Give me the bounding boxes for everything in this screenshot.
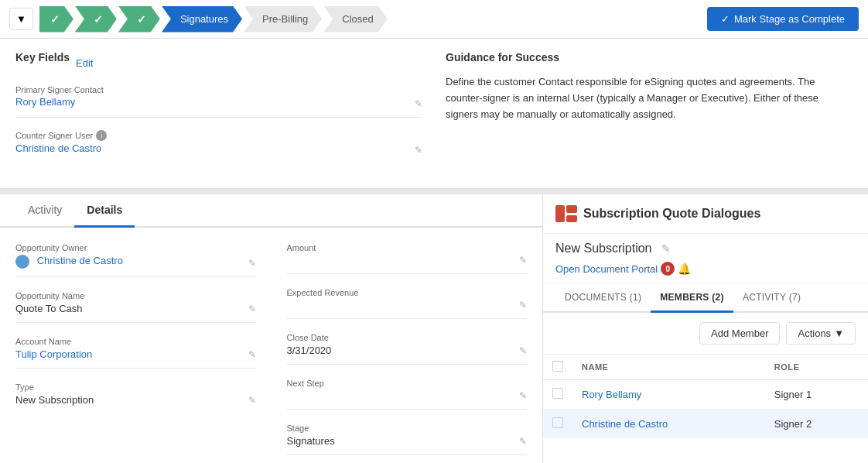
actions-chevron-icon: ▼ <box>834 328 844 339</box>
check-icon-mark: ✓ <box>721 13 730 25</box>
opportunity-owner-edit-icon[interactable]: ✎ <box>248 258 256 269</box>
sqd-logo-icon <box>555 205 577 222</box>
counter-signer-label: Counter Signer User i <box>15 130 415 141</box>
key-fields-title: Key Fields <box>15 51 70 63</box>
primary-signer-field: Primary Signer Contact Rory Bellamy ✎ <box>15 85 422 118</box>
sqd-tab-activity[interactable]: ACTIVITY (7) <box>733 284 810 313</box>
stage-step-signatures[interactable]: Signatures <box>162 6 242 33</box>
row2-name-cell: Christine de Castro <box>572 410 765 439</box>
opportunity-owner-value[interactable]: Christine de Castro <box>37 255 123 266</box>
sqd-portal-link[interactable]: Open Document Portal 0 🔔 <box>555 262 856 276</box>
primary-signer-label: Primary Signer Contact <box>15 85 415 94</box>
row1-checkbox[interactable] <box>552 388 563 399</box>
members-table-header: NAME ROLE <box>543 355 868 380</box>
opportunity-name-value: Quote To Cash <box>15 303 82 314</box>
left-form-col: Opportunity Owner Christine de Castro ✎ … <box>15 243 256 463</box>
sqd-tab-documents[interactable]: DOCUMENTS (1) <box>555 284 651 313</box>
next-step-label: Next Step <box>287 379 528 388</box>
actions-button[interactable]: Actions ▼ <box>786 322 856 345</box>
stage-dropdown-button[interactable]: ▼ <box>9 8 33 30</box>
sqd-actions-row: Add Member Actions ▼ <box>543 313 868 355</box>
stage-value: Signatures <box>287 435 335 447</box>
add-member-button[interactable]: Add Member <box>699 322 780 345</box>
guidance-section: Guidance for Success Define the customer… <box>422 51 853 176</box>
main-content: Activity Details Opportunity Owner Chris… <box>0 194 868 463</box>
stage-row: Signatures ✎ <box>287 435 528 447</box>
next-step-field: Next Step ✎ <box>287 379 528 410</box>
members-table: NAME ROLE Rory Bellamy Signer 1 Christin… <box>543 355 868 438</box>
notification-badge: 0 <box>661 262 675 276</box>
primary-signer-edit-icon[interactable]: ✎ <box>415 98 422 109</box>
opportunity-owner-label: Opportunity Owner <box>15 243 256 252</box>
opportunity-name-label: Opportunity Name <box>15 291 256 300</box>
row1-checkbox-cell <box>543 380 572 410</box>
detail-tabs: Activity Details <box>0 194 542 228</box>
check-icon-1: ✓ <box>50 13 60 26</box>
stage-label: Stage <box>287 424 528 433</box>
svg-rect-1 <box>566 205 577 213</box>
counter-signer-value[interactable]: Christine de Castro <box>15 142 415 154</box>
row1-name[interactable]: Rory Bellamy <box>582 389 641 400</box>
svg-rect-2 <box>566 215 577 222</box>
amount-edit-icon[interactable]: ✎ <box>519 255 527 266</box>
row2-checkbox[interactable] <box>552 417 563 428</box>
select-all-checkbox[interactable] <box>552 361 563 372</box>
amount-label: Amount <box>287 243 528 252</box>
right-form-col: Amount ✎ Expected Revenue ✎ Close Date <box>287 243 528 463</box>
role-col-header: ROLE <box>765 355 868 380</box>
sqd-header: Subscription Quote Dialogues <box>543 194 868 234</box>
mark-complete-label: Mark Stage as Complete <box>734 13 845 25</box>
tab-details[interactable]: Details <box>74 194 135 228</box>
svg-rect-0 <box>555 205 565 222</box>
stage-step-prebilling[interactable]: Pre-Billing <box>244 6 322 33</box>
info-icon: i <box>96 130 107 141</box>
account-name-field: Account Name Tulip Corporation ✎ <box>15 337 256 369</box>
sqd-tab-members[interactable]: MEMBERS (2) <box>651 284 733 313</box>
name-col-header: NAME <box>572 355 765 380</box>
tab-activity[interactable]: Activity <box>15 194 74 228</box>
account-name-value[interactable]: Tulip Corporation <box>15 348 92 360</box>
close-date-edit-icon[interactable]: ✎ <box>519 345 527 356</box>
edit-link[interactable]: Edit <box>76 57 93 69</box>
account-name-edit-icon[interactable]: ✎ <box>248 349 256 360</box>
counter-signer-content: Counter Signer User i Christine de Castr… <box>15 130 415 156</box>
close-date-value: 3/31/2020 <box>287 345 332 356</box>
sqd-logo <box>555 205 577 222</box>
sqd-name-row: New Subscription ✎ <box>555 242 856 256</box>
right-panel: Subscription Quote Dialogues New Subscri… <box>543 194 868 463</box>
stage-step-1[interactable]: ✓ <box>39 6 73 33</box>
opportunity-name-edit-icon[interactable]: ✎ <box>248 304 256 314</box>
counter-signer-edit-icon[interactable]: ✎ <box>415 145 422 156</box>
top-bar: ▼ ✓ ✓ ✓ Signatures Pre-Billing Closed ✓ … <box>0 0 868 39</box>
next-step-row: ✎ <box>287 390 528 401</box>
sqd-name-edit-icon[interactable]: ✎ <box>661 242 671 255</box>
account-name-label: Account Name <box>15 337 256 346</box>
stage-field: Stage Signatures ✎ <box>287 424 528 455</box>
stage-label-signatures: Signatures <box>180 13 228 25</box>
row2-role-cell: Signer 2 <box>765 410 868 439</box>
sqd-tabs: DOCUMENTS (1) MEMBERS (2) ACTIVITY (7) <box>543 284 868 313</box>
stage-edit-icon[interactable]: ✎ <box>519 436 527 447</box>
sqd-sub-header: New Subscription ✎ Open Document Portal … <box>543 234 868 284</box>
mark-complete-button[interactable]: ✓ Mark Stage as Complete <box>707 7 859 31</box>
expected-revenue-row: ✎ <box>287 300 528 310</box>
opportunity-owner-field: Opportunity Owner Christine de Castro ✎ <box>15 243 256 277</box>
expected-revenue-edit-icon[interactable]: ✎ <box>519 300 527 310</box>
row2-name[interactable]: Christine de Castro <box>582 418 668 430</box>
members-table-body: Rory Bellamy Signer 1 Christine de Castr… <box>543 380 868 439</box>
type-field: Type New Subscription ✎ <box>15 382 256 413</box>
stage-step-closed[interactable]: Closed <box>323 6 387 33</box>
sqd-name: New Subscription <box>555 242 652 256</box>
stage-step-3[interactable]: ✓ <box>118 6 160 33</box>
stage-step-2[interactable]: ✓ <box>75 6 117 33</box>
avatar <box>15 255 29 269</box>
sqd-title: Subscription Quote Dialogues <box>583 207 760 221</box>
primary-signer-value[interactable]: Rory Bellamy <box>15 96 415 108</box>
check-icon-2: ✓ <box>94 13 103 26</box>
counter-signer-field: Counter Signer User i Christine de Castr… <box>15 130 422 163</box>
type-edit-icon[interactable]: ✎ <box>248 395 256 406</box>
key-fields-left: Key Fields Edit Primary Signer Contact R… <box>15 51 422 176</box>
table-row: Christine de Castro Signer 2 <box>543 410 868 439</box>
type-row: New Subscription ✎ <box>15 394 256 406</box>
next-step-edit-icon[interactable]: ✎ <box>519 390 527 401</box>
